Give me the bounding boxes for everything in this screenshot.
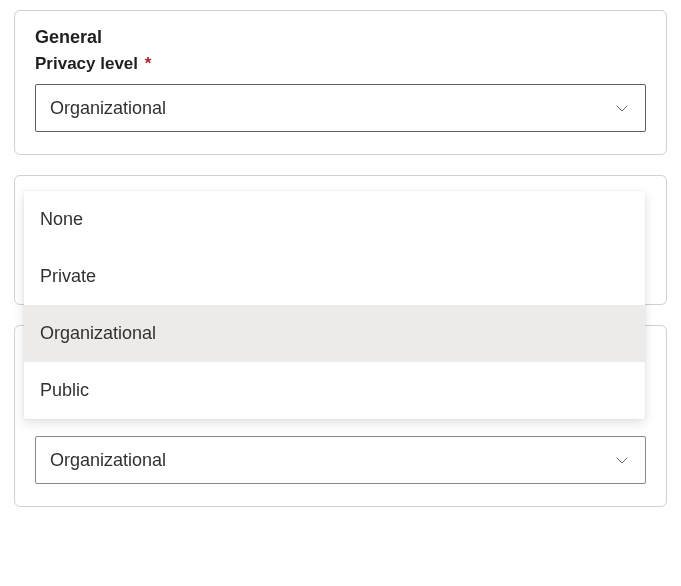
dropdown-options-panel: None Private Organizational Public — [24, 191, 645, 419]
option-private[interactable]: Private — [24, 248, 645, 305]
chevron-down-icon — [613, 451, 631, 469]
dropdown-value: Organizational — [50, 450, 166, 471]
general-card: General Privacy level * Organizational — [14, 10, 667, 155]
label-text: Privacy level — [35, 54, 138, 73]
privacy-level-label: Privacy level * — [35, 54, 646, 74]
stacked-cards-group: Organizational None Private Organization… — [14, 175, 667, 507]
card-title: General — [35, 27, 646, 48]
option-organizational[interactable]: Organizational — [24, 305, 645, 362]
option-none[interactable]: None — [24, 191, 645, 248]
dropdown-value: Organizational — [50, 98, 166, 119]
privacy-level-dropdown-2[interactable]: Organizational — [35, 436, 646, 484]
option-public[interactable]: Public — [24, 362, 645, 419]
required-asterisk: * — [145, 54, 152, 73]
chevron-down-icon — [613, 99, 631, 117]
privacy-level-dropdown[interactable]: Organizational — [35, 84, 646, 132]
